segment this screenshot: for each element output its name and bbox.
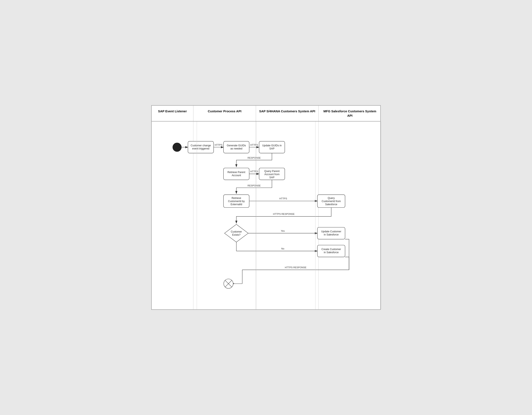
header-col1: SAP Event Listener [152, 106, 193, 121]
svg-text:Create Customer: Create Customer [322, 248, 341, 251]
svg-text:Update GUIDs in: Update GUIDs in [262, 144, 282, 147]
arrow-https-response [236, 208, 331, 223]
svg-text:Retrieve Parent: Retrieve Parent [228, 171, 245, 174]
svg-text:ExternalId: ExternalId [230, 203, 242, 206]
svg-text:SAP: SAP [269, 147, 275, 150]
body-area: Customer change event triggered HTTPS Ge… [152, 122, 380, 309]
header-col3: SAP S/4HANA Customers System API [256, 106, 319, 121]
svg-text:Exists?: Exists? [232, 233, 241, 236]
label-https-response-2: HTTPS RESPONSE [285, 266, 306, 269]
svg-text:in Salesforce: in Salesforce [324, 251, 339, 254]
svg-text:event triggered: event triggered [192, 147, 209, 150]
label-https-1: HTTPS [215, 144, 223, 146]
label-https-response: HTTPS RESPONSE [273, 213, 294, 215]
svg-text:Customer: Customer [231, 230, 242, 233]
svg-text:Generate GUIDs: Generate GUIDs [227, 144, 246, 147]
label-no: No [281, 247, 284, 250]
svg-text:Salesforce: Salesforce [325, 203, 337, 206]
diagram-svg: Customer change event triggered HTTPS Ge… [152, 122, 380, 309]
svg-text:CustomerId by: CustomerId by [228, 200, 245, 203]
svg-text:Query: Query [328, 197, 335, 200]
line-response-create [345, 257, 349, 270]
svg-text:as needed: as needed [230, 147, 242, 150]
header-row: SAP Event Listener Customer Process API … [152, 106, 380, 122]
arrow-response-1 [236, 153, 272, 167]
diagram-container: SAP Event Listener Customer Process API … [151, 105, 381, 310]
label-response-1: RESPONSE [248, 156, 261, 159]
svg-text:SAP: SAP [269, 176, 275, 179]
label-https-2: HTTPS [250, 144, 258, 146]
svg-text:CustomerId from: CustomerId from [322, 200, 341, 203]
event-trigger-text: Customer change [191, 144, 211, 147]
label-yes: Yes [281, 230, 285, 232]
label-response-2: RESPONSE [248, 184, 261, 187]
svg-text:Update Customer: Update Customer [321, 230, 341, 233]
header-col4: MFG Salesforce Customers System API [319, 106, 381, 121]
label-https-4: HTTPS [279, 197, 287, 200]
svg-text:Account: Account [232, 174, 241, 177]
svg-text:Query Parent: Query Parent [264, 170, 280, 173]
svg-text:in Salesforce: in Salesforce [324, 233, 339, 236]
svg-text:Retrieve: Retrieve [232, 197, 241, 200]
header-col2: Customer Process API [193, 106, 256, 121]
label-https-3: HTTPS [250, 170, 258, 173]
start-node [173, 143, 181, 152]
svg-text:Account from: Account from [264, 173, 279, 176]
